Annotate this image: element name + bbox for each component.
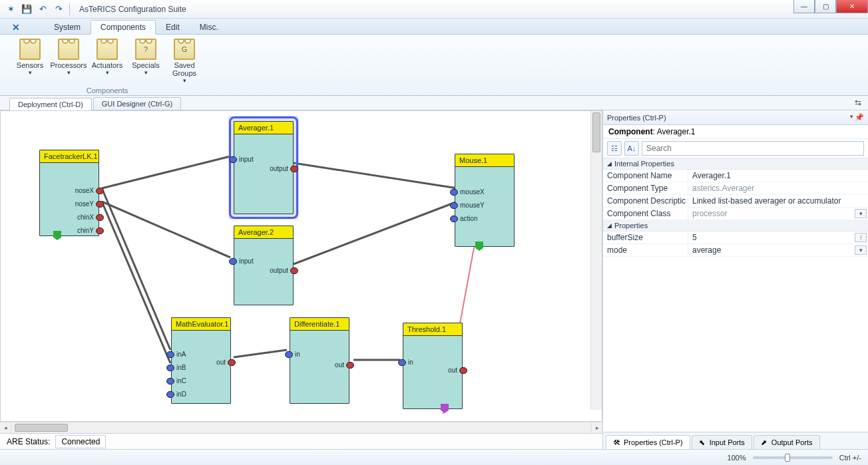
deployment-canvas[interactable]: FacetrackerLK.1 noseX noseY chinX chinY … [0,110,602,422]
close-button[interactable]: ✕ [836,0,868,13]
event-port-icon[interactable] [475,241,483,251]
tab-edit[interactable]: Edit [156,20,190,34]
node-title: Mouse.1 [455,154,514,167]
node-differentiate[interactable]: Differentiate.1 in out [290,317,349,404]
processors-icon [58,39,79,60]
undo-icon[interactable]: ↶ [36,3,49,16]
prop-value[interactable]: 5⁝ [688,232,868,243]
ribbon-tab-strip: ✕ System Components Edit Misc. [0,19,868,35]
port-in-pin[interactable] [166,378,174,385]
chevron-down-icon[interactable]: ▾ [850,113,853,120]
collapse-icon[interactable]: ⇆ [855,98,861,107]
scroll-left-icon[interactable]: ◂ [0,422,11,433]
properties-icon: 🛠 [613,438,621,446]
ribbon-btn-actuators[interactable]: Actuators▾ [88,37,126,85]
tab-system[interactable]: System [44,20,91,34]
port-in-pin[interactable] [450,216,458,222]
doctab-deployment[interactable]: Deployment (Ctrl-D) [9,98,92,110]
scrollbar-thumb[interactable] [15,424,68,432]
scroll-right-icon[interactable]: ▸ [591,422,602,433]
prop-value[interactable]: average▾ [688,244,868,256]
port-in-pin[interactable] [398,359,406,366]
prop-value[interactable]: Averager.1 [688,170,868,182]
prop-value: asterics.Averager [688,182,868,194]
port-out-pin[interactable] [96,214,104,221]
maximize-button[interactable]: ▢ [815,0,836,13]
port-in-pin[interactable] [450,202,458,209]
collapse-icon: ◢ [607,222,612,229]
separator [69,3,70,15]
horizontal-scrollbar[interactable]: ◂ ▸ [0,422,602,433]
event-port-icon[interactable] [53,231,61,240]
port-out-pin[interactable] [228,359,236,366]
port-in-pin[interactable] [166,391,174,398]
node-title: FacetrackerLK.1 [40,150,99,163]
tab-components[interactable]: Components [91,20,156,35]
btab-input-ports[interactable]: ⬉Input Ports [692,435,752,449]
category-internal[interactable]: ◢Internal Properties [603,158,868,170]
port-in-pin[interactable] [166,365,174,371]
port-out-pin[interactable] [346,362,354,369]
search-input[interactable] [642,141,864,156]
prop-value: processor▾ [688,208,868,220]
minimize-button[interactable]: — [793,0,815,13]
zoom-slider[interactable] [753,456,833,459]
app-logo-icon[interactable]: ✕ [8,21,24,34]
port-out-pin[interactable] [96,201,104,208]
zoom-bar: 100% Ctrl +/- [603,449,868,465]
scrollbar-thumb[interactable] [592,112,600,152]
window-title: AsTeRICS Configuration Suite [79,5,186,14]
prop-value[interactable]: Linked list-based averager or accumulato… [688,195,868,207]
ribbon-btn-saved-groups[interactable]: GSaved Groups▾ [165,37,204,85]
node-threshold[interactable]: Threshold.1 in out [403,323,463,409]
zoom-value: 100% [728,454,746,462]
port-out-pin[interactable] [459,367,467,374]
port-in-pin[interactable] [166,351,174,358]
event-port-icon[interactable] [441,404,449,413]
node-title: Averager.2 [234,226,293,239]
port-out-pin[interactable] [96,228,104,234]
port-out-pin[interactable] [290,166,298,172]
zoom-hint: Ctrl +/- [839,454,861,462]
svg-line-0 [102,156,230,188]
ribbon-btn-specials[interactable]: ?Specials▾ [126,37,165,85]
are-status-label: ARE Status: [7,437,50,446]
doctab-gui-designer[interactable]: GUI Designer (Ctrl-G) [93,97,181,110]
node-averager-2[interactable]: Averager.2 input output [234,226,294,305]
categorized-icon[interactable]: ☷ [607,141,622,156]
slider-knob[interactable] [785,454,790,462]
node-math-evaluator[interactable]: MathEvaluator.1 inA inB inC inD out [171,317,231,404]
chevron-down-icon: ▾ [106,69,109,76]
combo-icon[interactable]: ▾ [855,245,867,255]
node-averager-1[interactable]: Averager.1 input output [234,121,294,214]
node-facetracker[interactable]: FacetrackerLK.1 noseX noseY chinX chinY [39,150,99,236]
port-in-pin[interactable] [450,189,458,196]
tab-misc[interactable]: Misc. [190,20,228,34]
node-mouse[interactable]: Mouse.1 mouseX mouseY action [455,154,515,247]
category-properties[interactable]: ◢Properties [603,220,868,232]
port-in-pin[interactable] [229,258,237,265]
spinner-icon[interactable]: ⁝ [855,233,867,242]
port-in-pin[interactable] [285,351,293,358]
prop-row: Component Classprocessor▾ [603,208,868,220]
pin-icon[interactable]: 📌 [855,113,864,122]
are-status-value: Connected [55,435,106,448]
btab-properties[interactable]: 🛠Properties (Ctrl-P) [606,435,690,449]
redo-icon[interactable]: ↷ [52,3,65,16]
document-tabs: Deployment (Ctrl-D) GUI Designer (Ctrl-G… [0,96,868,110]
ribbon-btn-sensors[interactable]: Sensors▾ [11,37,49,85]
vertical-scrollbar[interactable] [590,111,602,410]
btab-output-ports[interactable]: ⬈Output Ports [754,435,820,449]
port-out-pin[interactable] [290,267,298,274]
prop-row: bufferSize5⁝ [603,232,868,244]
ribbon-btn-processors[interactable]: Processors▾ [49,37,88,85]
port-out-pin[interactable] [96,188,104,194]
prop-row: Component DescripticLinked list-based av… [603,195,868,208]
sort-az-icon[interactable]: A↓ [624,141,639,156]
port-in-pin[interactable] [229,156,237,163]
svg-line-2 [294,163,457,188]
save-icon[interactable]: 💾 [20,3,33,16]
svg-line-1 [102,202,230,257]
combo-icon[interactable]: ▾ [855,209,867,218]
sensors-icon [19,39,41,60]
